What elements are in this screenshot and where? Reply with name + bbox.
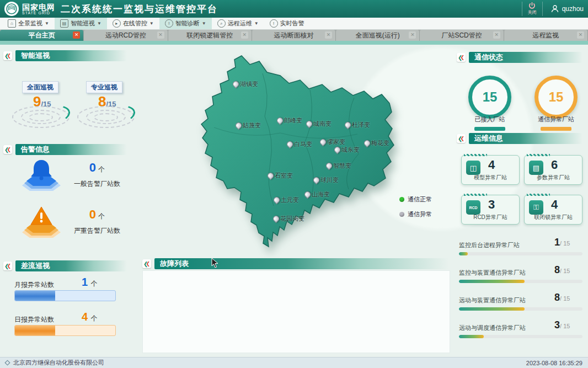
menu-remote-ops[interactable]: ⌕远程运维▼ [212,18,264,29]
map-station-label: 球川变 [320,176,339,184]
map-pin-icon[interactable] [305,120,314,129]
general-alarm-stat: 0 个 一般告警厂站数 [70,161,125,189]
chevron-down-icon: ▼ [97,21,101,26]
card-param-abnormal[interactable]: ▤ 6 参数异常厂站 [524,155,582,185]
tab-close-icon[interactable]: ✕ [493,31,500,39]
collapse-left-icon[interactable]: ❮❮ [3,51,12,60]
legend-comm-normal: 通信正常 [399,195,432,204]
lock-icon: ⚿ [529,200,543,215]
map-station-label: 城南变 [313,120,332,128]
tab-station-scd[interactable]: 厂站SCD管控✕ [420,30,504,41]
tab-close-icon[interactable]: ✕ [325,31,332,39]
map-pin-icon[interactable] [286,140,295,149]
map-pin-icon[interactable] [363,139,372,148]
menu-intelligent-diagnosis[interactable]: !智能诊断▼ [159,18,212,29]
card-interlock-abnormal[interactable]: ⚿ 4 联闭锁异常厂站 [524,195,582,225]
map-station-6[interactable]: 缪家变 [320,138,345,146]
general-alarm-label: 一般告警厂站数 [70,179,125,189]
tab-close-icon[interactable]: ✕ [577,31,584,39]
map-station-label: 石室变 [275,172,293,180]
severe-alarm-stat: 0 个 严重告警厂站数 [70,207,125,236]
tab-close-icon[interactable]: ✕ [241,31,248,39]
close-session-button[interactable]: 关闭 [522,2,543,16]
brand-logo: 国家电网 STATE GRID [0,2,55,16]
map-pin-icon[interactable] [344,121,352,130]
mouse-cursor [211,258,219,269]
tab-interlock-logic[interactable]: 联闭锁逻辑管控✕ [168,30,252,41]
prog-label-monitor-process: 监控后台进程异常厂站 [459,241,520,249]
top-menubar: ⌂全景监视▼ ▤智能巡视▼ ▸在线管控▼ !智能诊断▼ ⌕远程运维▼ !实时告警 [0,18,588,30]
map-station-label: 杜泽变 [352,121,370,129]
collapse-left-icon[interactable]: ❮❮ [3,145,12,154]
map-station-13[interactable]: 土元变 [274,196,299,204]
map-pin-icon[interactable] [272,196,281,205]
map-station-label: 姑蔑变 [243,121,261,130]
collapse-left-icon[interactable]: ❮❮ [3,262,12,270]
user-icon [550,4,559,13]
prog-value-remote-device-comm: 8/ 15 [554,292,570,303]
region-map[interactable]: 湖镇变姑蔑变郎峰变城南变杜泽变白马变缪家变城东变梅花变智慧变石室变球川变山海变土… [197,50,413,268]
map-pin-icon[interactable] [303,190,312,199]
monthly-abnormal-bar [14,290,116,301]
map-pin-icon[interactable] [325,162,334,170]
menu-online-control[interactable]: ▸在线管控▼ [107,18,159,29]
status-bar: 北京四方继保自动化股份有限公司 2023-08-08 16:35:29 [0,357,588,368]
map-station-label: 梅花变 [371,139,389,147]
map-pin-icon[interactable] [276,116,285,125]
map-pin-icon[interactable] [266,172,275,180]
map-station-7[interactable]: 城东变 [334,146,360,154]
map-pin-icon[interactable] [232,80,240,89]
map-pin-icon[interactable] [333,146,342,154]
tab-underline-strip [0,41,588,45]
map-station-1[interactable]: 姑蔑变 [236,121,261,130]
card-model-abnormal[interactable]: ◫ 4 模型异常厂站 [461,155,520,185]
tab-remote-section-check[interactable]: 远动断面核对✕ [252,30,336,41]
map-station-12[interactable]: 山海变 [304,190,330,199]
tab-remote-monitor[interactable]: 远程监视✕ [504,30,588,41]
gauge-label-full-patrol: 全面巡视 [22,81,58,93]
chevron-down-icon: ▼ [202,21,206,26]
map-station-8[interactable]: 梅花变 [364,139,389,147]
panel-header-fault: ❮❮ 故障列表 [142,258,449,269]
user-menu[interactable]: quzhou [550,4,584,13]
prog-value-monitor-device-comm: 8/ 15 [554,264,570,276]
ripple-gauge [77,103,135,128]
tab-close-icon[interactable]: ✕ [73,31,80,39]
map-station-2[interactable]: 郎峰变 [277,116,302,125]
panel-title: 差流巡视 [15,260,127,271]
tab-close-icon[interactable]: ✕ [157,31,164,39]
map-station-0[interactable]: 湖镇变 [233,80,258,88]
menu-realtime-alarm[interactable]: !实时告警 [264,18,310,29]
map-station-11[interactable]: 球川变 [313,176,339,184]
fault-list-body[interactable] [142,270,450,353]
panel-header-comm: ❮❮ 通信状态 [457,52,582,63]
collapse-right-icon[interactable]: ❮❮ [457,53,466,62]
map-station-9[interactable]: 智慧变 [326,162,351,170]
ring-connected-stations: 15 已接入厂站 [462,76,517,131]
map-station-4[interactable]: 杜泽变 [345,121,370,129]
tab-remote-rcd[interactable]: 远动RCD管控✕ [84,30,168,41]
map-pin-icon[interactable] [272,215,281,223]
map-station-14[interactable]: 花园岗变 [273,215,304,223]
map-pin-icon[interactable] [319,138,328,147]
map-station-3[interactable]: 城南变 [306,120,332,128]
map-pin-icon[interactable] [312,176,321,185]
username: quzhou [562,5,584,13]
green-dot-icon [399,197,404,202]
card-rcd-abnormal[interactable]: RCD 3 RCD异常厂站 [461,195,520,225]
map-station-10[interactable]: 石室变 [268,172,293,180]
tab-close-icon[interactable]: ✕ [409,31,416,39]
app-header: 国家电网 STATE GRID 二次系统统一监视与运维管控平台 关闭 quzho… [0,0,588,18]
tab-platform-home[interactable]: 平台主页✕ [0,30,84,41]
menu-panorama-monitor[interactable]: ⌂全景监视▼ [2,18,55,29]
menu-intelligent-patrol[interactable]: ▤智能巡视▼ [55,18,107,29]
chevron-down-icon: ▼ [254,21,259,26]
map-station-label: 郎峰变 [284,116,302,125]
map-station-5[interactable]: 白马变 [287,140,312,148]
panel-header-diff: ❮❮ 差流巡视 [3,260,127,271]
collapse-right-icon[interactable]: ❮❮ [457,134,466,143]
tab-full-patrol-running[interactable]: 全面巡视(运行)✕ [336,30,420,41]
collapse-left-icon[interactable]: ❮❮ [142,259,151,268]
company-diamond-icon [4,360,10,366]
map-pin-icon[interactable] [234,121,243,130]
